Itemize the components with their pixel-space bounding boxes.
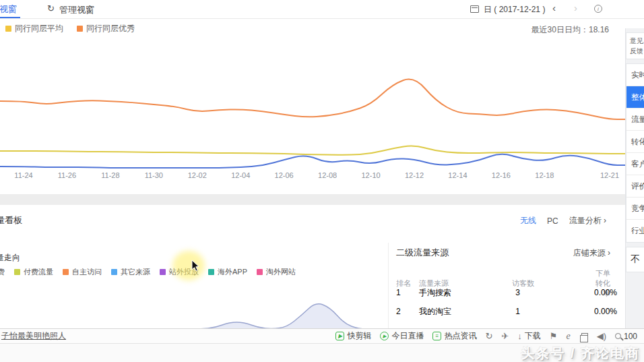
subsection-title: 量走向 [0,252,20,264]
legend-item[interactable]: 其它来源 [111,267,150,277]
x-axis-labels: 11-2411-2611-2811-3012-0212-0412-0612-08… [0,171,625,182]
send-icon[interactable]: ✈ [501,331,509,341]
x-tick-label: 12-08 [318,171,337,179]
legend-swatch [111,269,117,275]
legend-swatch [208,269,214,275]
live-button[interactable]: ▶今日直播 [380,330,424,342]
sidebar-item-行业[interactable]: 行业 [626,220,644,242]
secondary-traffic-panel: 二级流量来源 店铺来源 › 排名 流量来源 访客数 下单转化率 1 手淘搜索 3… [396,247,610,321]
hot-news-link[interactable]: 子怡最美明艳照人 [1,330,66,342]
legend-swatch [14,269,20,275]
play-circle-icon: ▶ [380,332,389,340]
dashboard-screen: 营视窗 ↻ 管理视窗 日 ( 2017-12-21 ) ‹ › i 同行同层平均… [0,0,644,362]
chevron-right-icon[interactable]: › [574,2,577,13]
magnifier-icon [615,333,621,339]
browser-toolbar: 子怡最美明艳照人 ▶快剪辑 ▶今日直播 ≡热点资讯 ↻ ✈ ↓下载 ⚑ e ◀)… [0,328,644,344]
sidebar-item-整体[interactable]: 整体 [626,86,644,109]
legend-swatch [77,26,83,32]
legend-swatch [63,269,69,275]
x-tick-label: 12-16 [492,171,511,179]
traffic-sources-legend: 费付费流量自主访问其它来源站外投放海外APP淘外网站 [0,267,296,277]
shop-source-link[interactable]: 店铺来源 › [573,247,610,259]
panel-divider [388,243,389,328]
sidebar-item-竞争[interactable]: 竞争 [626,198,644,220]
watermark: 头条号 / 齐论电商 [521,344,640,362]
date-selector[interactable]: 日 ( 2017-12-21 ) [484,4,545,16]
windows-icon[interactable] [581,333,588,339]
x-tick-label: 12-10 [361,171,380,179]
legend-swatch [5,26,11,32]
refresh-icon[interactable]: ↻ [47,3,55,13]
traffic-table: 排名 流量来源 访客数 下单转化率 1 手淘搜索 3 0.00% 2 我的淘宝 … [396,268,610,321]
x-tick-label: 12-18 [535,171,554,179]
sidebar-item-客户[interactable]: 客户 [626,153,644,175]
download-icon: ↓ [517,331,522,341]
sidebar-item-流量[interactable]: 流量 [626,109,644,131]
tab-business-window[interactable]: 营视窗 [0,3,17,16]
legend-item[interactable]: 付费流量 [14,267,53,277]
tab-manage-window[interactable]: 管理视窗 [59,4,94,16]
history-icon[interactable]: ↻ [485,331,492,341]
legend-item[interactable]: 海外APP [208,267,247,277]
x-tick-label: 11-28 [101,171,119,179]
flag-icon[interactable]: ⚑ [550,331,558,341]
calendar-icon[interactable] [470,5,479,13]
sidebar-item-评价[interactable]: 评价 [626,175,644,198]
mouse-cursor [191,260,201,272]
section-title: 量看板 [0,214,22,227]
speaker-icon[interactable]: ◀) [597,331,606,341]
info-icon[interactable]: i [594,5,602,13]
legend-item[interactable]: 淘外网站 [257,267,296,277]
table-row[interactable]: 2 我的淘宝 1 0.00% [396,302,610,321]
top-tab-bar: 营视窗 ↻ 管理视窗 日 ( 2017-12-21 ) ‹ › i [0,0,644,19]
panel-title: 二级流量来源 [396,247,449,259]
x-tick-label: 12-12 [405,171,424,179]
visitors-area-chart[interactable] [0,282,387,329]
legend-item-partial[interactable]: 费 [0,267,5,277]
main-chart-legend: 同行同层平均同行同层优秀 [5,23,135,34]
feedback-button[interactable]: 意见 反馈 [626,32,644,59]
series-本店 [0,154,625,168]
play-box-icon: ▶ [335,332,344,340]
sidebar-extra: 不 [626,247,644,272]
legend-item[interactable]: 自主访问 [63,267,102,277]
sidebar-item-转化[interactable]: 转化 [626,131,644,153]
ie-mode-icon[interactable]: e [566,331,570,342]
x-tick-label: 12-02 [188,171,207,179]
active-tab-underline [0,17,20,18]
tab-pc[interactable]: PC [547,216,558,226]
hot-feed-button[interactable]: ≡热点资讯 [432,330,476,342]
news-icon: ≡ [432,332,441,340]
x-tick-label: 12-04 [231,171,250,179]
legend-swatch [257,269,263,275]
quick-clip-button[interactable]: ▶快剪辑 [335,330,371,342]
sidebar-item-实时[interactable]: 实时 [626,64,644,86]
x-tick-label: 11-24 [14,171,32,179]
trend-line-chart[interactable] [0,34,625,169]
table-header-row: 排名 流量来源 访客数 下单转化率 [396,268,610,283]
legend-item[interactable]: 同行同层平均 [5,23,63,34]
right-nav-sidebar: 意见 反馈 实时整体流量转化客户评价竞争行业 不 [625,28,644,328]
legend-item[interactable]: 同行同层优秀 [77,23,135,34]
x-tick-label: 11-30 [145,171,163,179]
section-separator [0,194,644,205]
series-同行同层优秀 [0,80,625,119]
x-tick-label: 12-21 [600,171,619,179]
series-同行同层平均 [0,146,625,155]
download-button[interactable]: ↓下载 [517,330,541,342]
x-tick-label: 11-26 [58,171,76,179]
bottom-strip: 头条号 / 齐论电商 [0,344,644,362]
zoom-control[interactable]: 100 [615,332,637,341]
traffic-analysis-link[interactable]: 流量分析 › [569,215,606,227]
chevron-left-icon[interactable]: ‹ [552,2,556,13]
legend-swatch [160,269,166,275]
traffic-dashboard-card: 量看板 无线 PC 流量分析 › 量走向 费付费流量自主访问其它来源站外投放海外… [0,205,625,328]
x-tick-label: 12-06 [275,171,294,179]
tab-wireless[interactable]: 无线 [520,215,536,227]
x-tick-label: 12-14 [448,171,467,179]
